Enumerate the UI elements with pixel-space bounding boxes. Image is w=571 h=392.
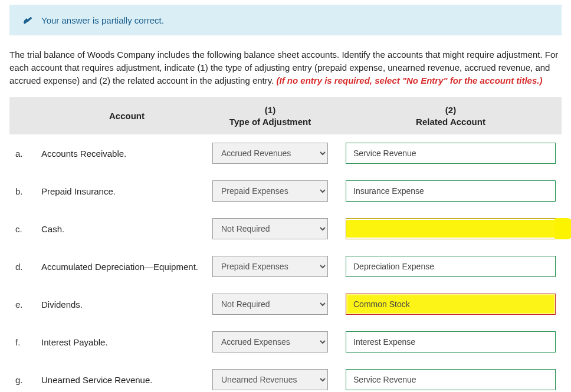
feedback-text: Your answer is partially correct.	[41, 15, 164, 25]
question-text: The trial balance of Woods Company inclu…	[9, 48, 562, 87]
related-account-b[interactable]: Insurance Expense	[346, 180, 556, 202]
answer-table: Account (1) Type of Adjustment (2) Relat…	[9, 97, 562, 392]
account-name: Cash.	[41, 223, 212, 235]
account-name: Dividends.	[41, 298, 212, 311]
row-letter: f.	[15, 337, 41, 347]
account-name: Accounts Receivable.	[41, 147, 212, 160]
related-account-d[interactable]: Depreciation Expense	[346, 256, 556, 277]
related-account-c[interactable]	[346, 218, 556, 239]
header-account: Account	[41, 111, 212, 121]
related-account-e[interactable]: Common Stock	[346, 294, 556, 315]
highlight-marker	[346, 220, 555, 238]
header-col2-bot: Related Account	[416, 116, 485, 128]
related-account-a[interactable]: Service Revenue	[346, 143, 556, 164]
header-col1-top: (1)	[265, 104, 275, 116]
row-letter: b.	[15, 186, 41, 196]
table-header: Account (1) Type of Adjustment (2) Relat…	[9, 97, 562, 134]
table-row: g. Unearned Service Revenue. Unearned Re…	[9, 361, 562, 392]
row-letter: g.	[15, 375, 41, 385]
row-letter: e.	[15, 299, 41, 309]
header-col2-top: (2)	[445, 104, 456, 116]
type-select-a[interactable]: Accrued Revenues	[212, 143, 328, 164]
partial-correct-icon	[22, 15, 33, 25]
question-emphasis: (If no entry is required, select "No Ent…	[277, 75, 543, 85]
row-letter: c.	[15, 224, 41, 234]
related-account-f[interactable]: Interest Expense	[346, 331, 556, 353]
table-row: d. Accumulated Depreciation—Equipment. P…	[9, 248, 562, 285]
table-row: c. Cash. Not Required	[9, 210, 562, 248]
feedback-banner: Your answer is partially correct.	[9, 5, 562, 35]
type-select-g[interactable]: Unearned Revenues	[212, 369, 328, 390]
table-row: a. Accounts Receivable. Accrued Revenues…	[9, 134, 562, 172]
account-name: Prepaid Insurance.	[41, 185, 212, 197]
table-row: b. Prepaid Insurance. Prepaid Expenses I…	[9, 172, 562, 210]
table-row: f. Interest Payable. Accrued Expenses In…	[9, 323, 562, 361]
account-name: Unearned Service Revenue.	[41, 374, 212, 386]
header-col1-bot: Type of Adjustment	[229, 116, 311, 128]
related-account-g[interactable]: Service Revenue	[346, 369, 556, 390]
account-name: Interest Payable.	[41, 336, 212, 348]
row-letter: a.	[15, 149, 41, 159]
row-letter: d.	[15, 262, 41, 272]
table-row: e. Dividends. Not Required Common Stock	[9, 285, 562, 323]
type-select-f[interactable]: Accrued Expenses	[212, 331, 328, 353]
account-name: Accumulated Depreciation—Equipment.	[41, 261, 212, 273]
type-select-e[interactable]: Not Required	[212, 294, 328, 315]
highlight-marker-tail	[554, 218, 571, 239]
type-select-c[interactable]: Not Required	[212, 218, 328, 239]
type-select-d[interactable]: Prepaid Expenses	[212, 256, 328, 277]
type-select-b[interactable]: Prepaid Expenses	[212, 180, 328, 202]
